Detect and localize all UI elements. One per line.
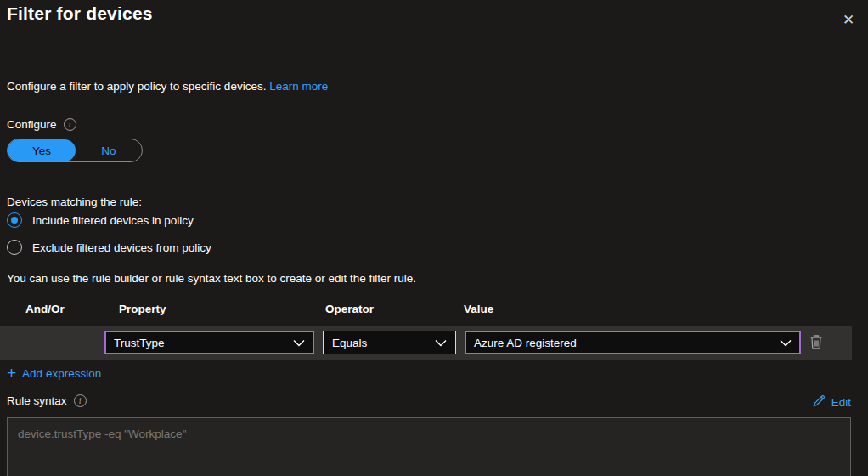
edit-rule-syntax-button[interactable]: Edit bbox=[812, 394, 851, 411]
toggle-yes-option[interactable]: Yes bbox=[8, 139, 76, 162]
plus-icon: + bbox=[7, 366, 16, 381]
expression-row: TrustType Equals Azure AD registered bbox=[0, 326, 852, 360]
radio-exclude-label: Exclude filtered devices from policy bbox=[32, 241, 211, 254]
page-title: Filter for devices bbox=[7, 3, 153, 24]
rule-syntax-textbox[interactable]: device.trustType -eq "Workplace" bbox=[7, 417, 851, 476]
filter-for-devices-panel: Filter for devices ✕ Configure a filter … bbox=[0, 0, 868, 476]
close-icon[interactable]: ✕ bbox=[837, 8, 860, 31]
operator-dropdown-value: Equals bbox=[332, 337, 367, 349]
column-header-operator: Operator bbox=[325, 303, 374, 315]
delete-expression-button[interactable] bbox=[806, 332, 826, 353]
intro-text: Configure a filter to apply policy to sp… bbox=[7, 80, 328, 93]
info-icon[interactable]: i bbox=[64, 118, 76, 131]
radio-include-filtered-devices[interactable]: Include filtered devices in policy bbox=[7, 212, 194, 229]
chevron-down-icon bbox=[435, 339, 447, 347]
value-dropdown[interactable]: Azure AD registered bbox=[465, 331, 801, 354]
info-icon[interactable]: i bbox=[74, 394, 87, 407]
column-header-property: Property bbox=[119, 303, 166, 315]
rule-syntax-value: device.trustType -eq "Workplace" bbox=[18, 428, 186, 440]
value-dropdown-value: Azure AD registered bbox=[474, 337, 577, 349]
radio-selected-icon[interactable] bbox=[7, 212, 22, 228]
configure-label: Configure i bbox=[7, 118, 76, 131]
learn-more-link[interactable]: Learn more bbox=[269, 80, 328, 93]
chevron-down-icon bbox=[293, 339, 305, 347]
operator-dropdown[interactable]: Equals bbox=[323, 331, 456, 354]
property-dropdown-value: TrustType bbox=[114, 337, 165, 349]
rule-mode-label: Devices matching the rule: bbox=[7, 196, 142, 208]
column-header-value: Value bbox=[464, 303, 493, 315]
chevron-down-icon bbox=[780, 339, 792, 347]
trash-icon bbox=[809, 333, 824, 353]
add-expression-label: Add expression bbox=[22, 367, 101, 380]
radio-unselected-icon[interactable] bbox=[7, 240, 22, 255]
add-expression-button[interactable]: + Add expression bbox=[7, 366, 101, 381]
property-dropdown[interactable]: TrustType bbox=[104, 331, 314, 354]
rule-builder-hint: You can use the rule builder or rule syn… bbox=[7, 272, 416, 285]
rule-syntax-label: Rule syntax i bbox=[7, 394, 87, 407]
column-header-and-or: And/Or bbox=[25, 303, 65, 315]
configure-toggle[interactable]: Yes No bbox=[7, 139, 143, 162]
edit-label: Edit bbox=[831, 396, 851, 409]
radio-exclude-filtered-devices[interactable]: Exclude filtered devices from policy bbox=[7, 239, 211, 256]
pencil-icon bbox=[812, 394, 826, 411]
toggle-no-option[interactable]: No bbox=[76, 139, 142, 162]
radio-include-label: Include filtered devices in policy bbox=[32, 214, 194, 227]
